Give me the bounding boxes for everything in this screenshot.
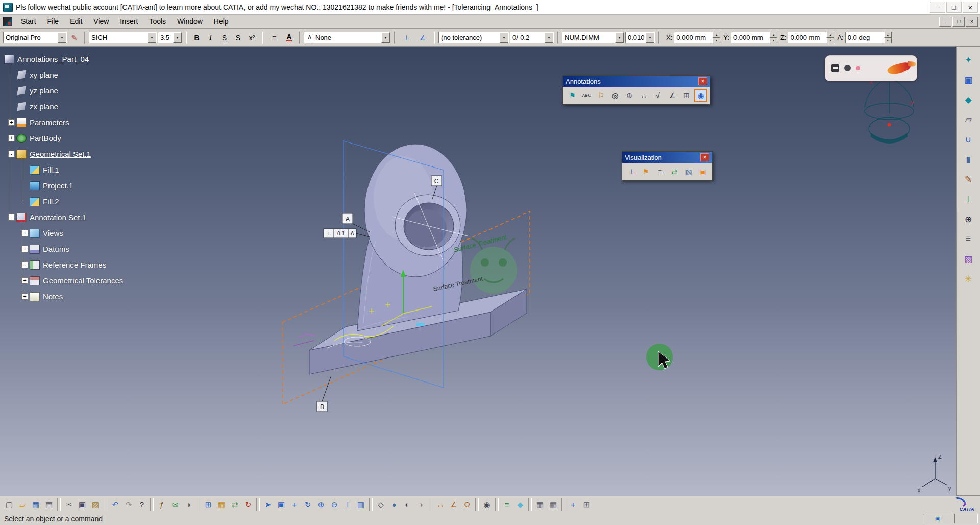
zoom-in-icon[interactable]: ⊕	[314, 498, 328, 511]
chevron-down-icon[interactable]	[381, 32, 390, 43]
tolerance-frame[interactable]: ⊥ 0.1 A	[324, 229, 370, 238]
rotate-icon[interactable]: ↻	[301, 498, 314, 511]
tree-expander-icon[interactable]: +	[21, 246, 28, 252]
tree-item-notes[interactable]: +Notes	[3, 289, 123, 304]
eraser-icon[interactable]: ◆	[513, 498, 527, 511]
status-cell-command[interactable]: ▣	[923, 514, 952, 523]
view-normal-icon[interactable]: ⊥	[625, 165, 638, 178]
strikethrough-button[interactable]: S	[232, 32, 244, 44]
tree-expander-icon[interactable]: +	[21, 293, 28, 300]
annotation-camera-icon[interactable]: ◉	[694, 89, 707, 102]
tree-item-geometrical-tolerances[interactable]: +Geometrical Tolerances	[3, 273, 123, 289]
highlight-annotations-icon[interactable]: ⚑	[639, 165, 652, 178]
anchor-combo[interactable]: A None	[304, 32, 390, 43]
status-cell-extra[interactable]	[954, 514, 978, 523]
exchange-icon[interactable]: ⇄	[228, 498, 241, 511]
tree-item-geometrical-set-1[interactable]: -Geometrical Set.1	[3, 146, 123, 162]
menu-item-window[interactable]: Window	[172, 16, 208, 27]
close-icon[interactable]: ×	[700, 153, 709, 161]
tree-item-xy-plane[interactable]: xy plane	[3, 67, 123, 83]
layers-tool-icon[interactable]: ≡	[961, 231, 976, 247]
chevron-down-icon[interactable]	[173, 32, 182, 43]
mdi-close-button[interactable]: ×	[966, 17, 978, 27]
paste-icon[interactable]: ▨	[89, 498, 102, 511]
tree-item-zx-plane[interactable]: zx plane	[3, 99, 123, 114]
3d-viewport[interactable]: Surface Treatment Surface Treatment C A	[0, 47, 956, 496]
hide-show-icon[interactable]: ◐	[401, 498, 414, 511]
effects-tool-icon[interactable]: ✳	[961, 271, 976, 287]
redo-icon[interactable]: ↷	[122, 498, 135, 511]
mirror-annotation-icon[interactable]: ⇄	[668, 165, 681, 178]
align-button[interactable]: ≡	[266, 32, 282, 44]
datum-target-icon[interactable]: ◎	[608, 89, 622, 102]
menu-item-edit[interactable]: Edit	[64, 16, 88, 27]
weld-symbol-icon[interactable]: ∠	[666, 89, 679, 102]
spinner-up-icon[interactable]	[713, 32, 720, 38]
shading-icon[interactable]: ●	[387, 498, 401, 511]
spinner-down-icon[interactable]	[770, 38, 777, 44]
spinner-down-icon[interactable]	[884, 38, 892, 44]
surface-tool-icon[interactable]: ∪	[961, 132, 976, 147]
formula-icon[interactable]: ƒ	[155, 498, 168, 511]
open-folder-icon[interactable]: ▱	[16, 498, 29, 511]
tree-item-fill-1[interactable]: Fill.1	[3, 162, 123, 178]
fit-all-icon[interactable]: ▣	[275, 498, 288, 511]
tree-expander-icon[interactable]: +	[21, 230, 28, 236]
tree-item-datums[interactable]: +Datums	[3, 241, 123, 257]
bold-button[interactable]: B	[190, 32, 203, 44]
tree-expander-icon[interactable]: +	[8, 135, 15, 141]
capture-icon[interactable]: ▣	[696, 165, 709, 178]
font-size-combo[interactable]: 3.5	[158, 32, 182, 43]
italic-button[interactable]: I	[204, 32, 217, 44]
app-icon[interactable]	[3, 3, 13, 12]
visualization-toolbar[interactable]: Visualization × ⊥⚑≡⇄▧▣	[622, 151, 713, 181]
datum-feature-icon[interactable]: ⚑	[566, 89, 579, 102]
spinner-down-icon[interactable]	[713, 38, 720, 44]
tree-item-project-1[interactable]: Project.1	[3, 178, 123, 194]
measure-item-icon[interactable]: ∠	[447, 498, 460, 511]
spinner-down-icon[interactable]	[826, 38, 834, 44]
table-icon[interactable]: ⊞	[680, 89, 693, 102]
grid-snap2-icon[interactable]: ▦	[547, 498, 560, 511]
fly-mode-icon[interactable]: ➤	[261, 498, 275, 511]
minimize-button[interactable]: –	[930, 2, 945, 13]
menu-item-help[interactable]: Help	[208, 16, 234, 27]
copy-icon[interactable]: ▣	[76, 498, 89, 511]
annotations-toolbar-titlebar[interactable]: Annotations ×	[563, 76, 710, 87]
a-coordinate-input[interactable]: 0.0 deg	[845, 32, 884, 43]
paint-tool-icon[interactable]: ▧	[961, 251, 976, 267]
document-icon[interactable]	[3, 17, 12, 26]
chevron-down-icon[interactable]	[615, 32, 624, 43]
zoom-tool-icon[interactable]: ⊕	[961, 211, 976, 227]
multi-view-icon[interactable]: ▥	[354, 498, 368, 511]
y-coordinate-input[interactable]: 0.000 mm	[731, 32, 770, 43]
tree-expander-icon[interactable]: -	[8, 214, 15, 221]
close-icon[interactable]: ×	[698, 77, 707, 85]
filter-icon[interactable]: ≡	[653, 165, 667, 178]
undo-icon[interactable]: ↶	[109, 498, 122, 511]
copy-style-button[interactable]: ✎	[68, 32, 81, 44]
spinner-up-icon[interactable]	[826, 32, 834, 38]
menu-item-start[interactable]: Start	[15, 16, 42, 27]
zoom-out-icon[interactable]: ⊖	[328, 498, 341, 511]
whats-this-icon[interactable]: ?	[135, 498, 149, 511]
maximize-button[interactable]: □	[946, 2, 962, 13]
datum-flag-b[interactable]: B	[317, 377, 331, 412]
tolerance-combo[interactable]: (no tolerance)	[438, 32, 509, 43]
mass-properties-icon[interactable]: Ω	[460, 498, 474, 511]
chevron-down-icon[interactable]	[148, 32, 156, 43]
message-icon[interactable]: ✉	[168, 498, 182, 511]
update-icon[interactable]: ↻	[241, 498, 255, 511]
axis-system-icon[interactable]: +	[567, 498, 580, 511]
print-icon[interactable]: ▤	[42, 498, 56, 511]
dimension-icon[interactable]: ↔	[637, 89, 650, 102]
workbench-icon[interactable]: ✦	[961, 52, 976, 67]
constraint-tool-icon[interactable]: ⊥	[961, 192, 976, 207]
z-coordinate-input[interactable]: 0.000 mm	[788, 32, 826, 43]
tree-expander-icon[interactable]: -	[8, 151, 15, 157]
catalog-icon[interactable]: ⊞	[202, 498, 215, 511]
roughness-icon[interactable]: √	[651, 89, 665, 102]
plane-tool-icon[interactable]: ▱	[961, 112, 976, 127]
style-combo[interactable]: Original Pro	[3, 32, 67, 43]
3d-scene[interactable]: Surface Treatment Surface Treatment C A	[0, 47, 956, 496]
